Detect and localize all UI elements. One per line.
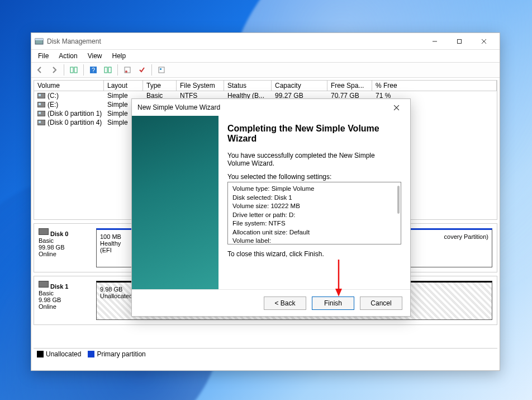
back-button[interactable]: < Back	[264, 297, 306, 310]
menu-file[interactable]: File	[34, 51, 53, 61]
drive-icon	[37, 93, 45, 98]
partition[interactable]: 100 MB Healthy (EFI	[96, 228, 135, 267]
back-icon[interactable]	[34, 64, 46, 76]
drive-icon	[37, 120, 45, 125]
properties-icon[interactable]	[121, 64, 134, 76]
volume-name: (Disk 0 partition 1)	[48, 110, 102, 117]
menubar: File Action View Help	[31, 50, 500, 62]
col-volume[interactable]: Volume	[34, 81, 104, 91]
refresh-icon[interactable]	[102, 64, 114, 76]
disk-icon	[39, 281, 49, 288]
wizard-title: New Simple Volume Wizard	[137, 103, 388, 111]
setting-line: Allocation unit size: Default	[232, 228, 396, 237]
legend-swatch-primary	[88, 351, 94, 357]
legend: Unallocated Primary partition	[34, 348, 497, 359]
svg-rect-6	[70, 67, 73, 73]
menu-view[interactable]: View	[83, 51, 107, 61]
legend-swatch-unallocated	[37, 351, 44, 357]
toolbar: ?	[31, 62, 500, 78]
wizard-heading: Completing the New Simple Volume Wizard	[227, 124, 401, 144]
wizard-button-row: < Back Finish Cancel	[132, 289, 410, 316]
svg-rect-7	[74, 67, 77, 73]
minimize-button[interactable]	[422, 33, 447, 50]
wizard-content: Completing the New Simple Volume Wizard …	[218, 116, 410, 289]
cancel-button[interactable]: Cancel	[360, 297, 402, 310]
drive-icon	[37, 111, 45, 116]
svg-text:?: ?	[92, 67, 95, 73]
wizard-success-text: You have successfully completed the New …	[227, 152, 384, 167]
forward-icon[interactable]	[48, 64, 60, 76]
svg-rect-3	[458, 39, 462, 43]
svg-rect-15	[160, 68, 162, 70]
svg-point-13	[125, 70, 127, 73]
col-layout[interactable]: Layout	[104, 81, 143, 91]
volume-name: (Disk 0 partition 4)	[48, 119, 102, 126]
wizard-titlebar[interactable]: New Simple Volume Wizard	[132, 99, 410, 116]
maximize-button[interactable]	[447, 33, 472, 50]
help-icon[interactable]: ?	[87, 64, 99, 76]
volume-name: (C:)	[48, 92, 59, 100]
settings-icon[interactable]	[155, 64, 168, 76]
setting-line: Volume size: 10222 MB	[232, 202, 396, 211]
svg-rect-11	[108, 67, 111, 73]
app-icon	[35, 37, 44, 46]
setting-line: Volume type: Simple Volume	[232, 185, 396, 194]
scrollbar[interactable]	[397, 186, 400, 214]
close-button[interactable]	[472, 33, 496, 50]
disk-icon	[39, 228, 49, 235]
action-icon[interactable]	[136, 64, 148, 76]
wizard-settings-label: You selected the following settings:	[227, 173, 401, 181]
col-fs[interactable]: File System	[177, 81, 224, 91]
col-type[interactable]: Type	[143, 81, 177, 91]
wizard-close-text: To close this wizard, click Finish.	[227, 250, 401, 258]
setting-line: Drive letter or path: D:	[232, 211, 396, 220]
volume-name: (E:)	[48, 101, 58, 109]
disk-info: Disk 0 Basic 99.98 GB Online	[39, 228, 92, 267]
titlebar[interactable]: Disk Management	[31, 33, 500, 50]
col-pct[interactable]: % Free	[372, 81, 497, 91]
svg-rect-1	[35, 39, 43, 40]
wizard-sidebar-graphic	[132, 116, 218, 289]
new-simple-volume-wizard: New Simple Volume Wizard Completing the …	[131, 98, 411, 317]
col-capacity[interactable]: Capacity	[272, 81, 327, 91]
col-status[interactable]: Status	[224, 81, 272, 91]
menu-action[interactable]: Action	[54, 51, 82, 61]
menu-help[interactable]: Help	[108, 51, 131, 61]
setting-line: Volume label:	[232, 237, 396, 244]
volume-list-header: Volume Layout Type File System Status Ca…	[34, 80, 497, 91]
finish-button[interactable]: Finish	[312, 297, 354, 310]
close-icon[interactable]	[388, 99, 405, 116]
col-free[interactable]: Free Spa...	[327, 81, 372, 91]
disk-info: Disk 1 Basic 9.98 GB Online	[39, 281, 92, 320]
show-hide-console-icon[interactable]	[68, 64, 80, 76]
svg-rect-10	[104, 67, 107, 73]
setting-line: Disk selected: Disk 1	[232, 194, 396, 203]
window-title: Disk Management	[47, 37, 422, 45]
wizard-settings-box[interactable]: Volume type: Simple Volume Disk selected…	[227, 182, 401, 244]
drive-icon	[37, 102, 45, 107]
setting-line: File system: NTFS	[232, 219, 396, 228]
